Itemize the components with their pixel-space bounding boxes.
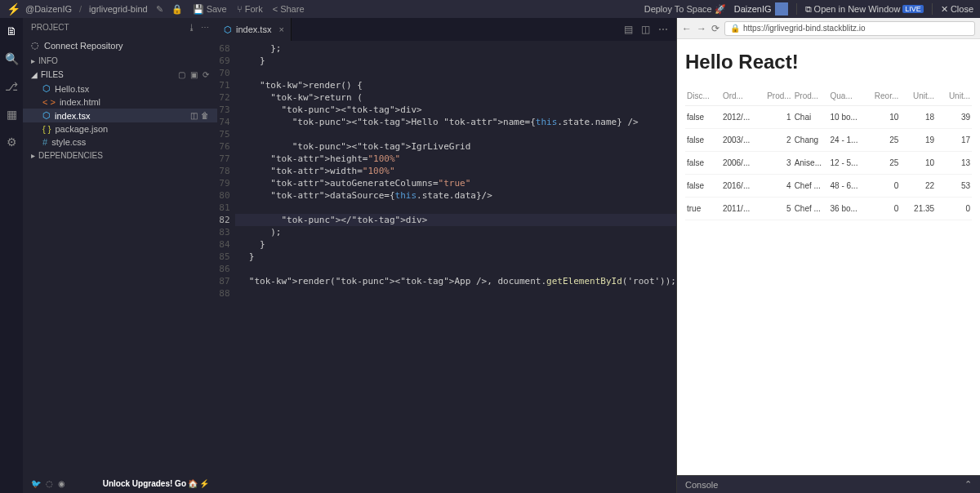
cell: 0: [864, 181, 900, 190]
deps-section[interactable]: ▸ DEPENDENCIES: [23, 149, 217, 162]
table-row[interactable]: false2012/...1Chai10 bo...101839: [685, 106, 972, 129]
console-bar[interactable]: Console ⌃: [677, 475, 980, 493]
lock-icon[interactable]: 🔒: [172, 4, 183, 15]
column-header[interactable]: Unit...: [900, 91, 936, 100]
refresh-icon[interactable]: ⟳: [203, 70, 209, 79]
preview-body: Hello React! Disc...Ord...Prod...Prod...…: [677, 39, 980, 475]
table-row[interactable]: false2006/...3Anise...12 - 5...251013: [685, 152, 972, 175]
deploy-button[interactable]: Deploy To Space 🚀: [644, 4, 726, 15]
cell: 13: [936, 158, 972, 167]
split-icon[interactable]: ◫: [190, 111, 198, 120]
cell: 10: [864, 113, 900, 122]
ext-rail-icon[interactable]: ▦: [7, 108, 17, 121]
upgrade-link[interactable]: Unlock Upgrades! Go 🏠⚡: [103, 479, 209, 488]
twitter-icon[interactable]: 🐦: [31, 479, 41, 488]
cell: 25: [864, 135, 900, 144]
top-actions: 💾 Save ⑂ Fork < Share: [193, 4, 305, 15]
grid-rows: false2012/...1Chai10 bo...101839false200…: [685, 106, 972, 220]
bolt-icon: ⚡: [7, 2, 20, 16]
info-section[interactable]: ▸ INFO: [23, 54, 217, 68]
tab-index-tsx[interactable]: ⬡ index.tsx ×: [217, 18, 292, 41]
user-crumb[interactable]: @DaizenIG: [25, 4, 72, 14]
search-rail-icon[interactable]: 🔍: [5, 52, 19, 65]
preview-pane: ← → ⟳ 🔒 https://igrlivegrid-bind.stackbl…: [676, 18, 980, 493]
chevron-up-icon[interactable]: ⌃: [964, 479, 972, 490]
code-content[interactable]: }; } "tok-kw">render() { "tok-kw">return…: [235, 41, 676, 493]
column-header[interactable]: Qua...: [829, 91, 865, 100]
layout-icon[interactable]: ◫: [641, 24, 650, 35]
edit-icon[interactable]: ✎: [156, 4, 163, 15]
cell: Chai: [793, 113, 829, 122]
files-rail-icon[interactable]: 🗎: [6, 24, 17, 38]
column-header[interactable]: Unit...: [936, 91, 972, 100]
live-badge: LIVE: [902, 5, 924, 13]
page-title: Hello React!: [685, 51, 972, 73]
fork-button[interactable]: ⑂ Fork: [237, 4, 263, 15]
share-button[interactable]: < Share: [273, 4, 305, 15]
code-editor[interactable]: 6869707172737475767778798081828384858687…: [217, 41, 676, 493]
file-item-Hello-tsx[interactable]: ⬡Hello.tsx: [23, 82, 217, 95]
cell: 36 bo...: [829, 204, 865, 213]
source-rail-icon[interactable]: ⎇: [5, 80, 18, 93]
back-icon[interactable]: ←: [682, 23, 692, 34]
settings-rail-icon[interactable]: ⚙: [7, 135, 17, 149]
column-header[interactable]: Prod...: [757, 91, 793, 100]
discord-icon[interactable]: ◉: [58, 479, 65, 488]
files-section[interactable]: ◢ FILES ▢▣⟳: [23, 68, 217, 82]
column-header[interactable]: Disc...: [685, 91, 721, 100]
connect-repo[interactable]: ◌Connect Repository: [23, 37, 217, 54]
cell: 0: [936, 204, 972, 213]
fork-label: Fork: [245, 4, 263, 14]
download-icon[interactable]: ⭳: [188, 23, 196, 32]
reload-icon[interactable]: ⟳: [711, 23, 719, 34]
close-button[interactable]: ✕ Close: [941, 4, 973, 15]
cell: Anise...: [793, 158, 829, 167]
save-label: Save: [207, 4, 227, 14]
project-crumb[interactable]: igrlivegrid-bind: [89, 4, 148, 14]
deps-label: DEPENDENCIES: [38, 151, 103, 160]
sidebar-header: PROJECT ⭳⋯: [23, 18, 217, 37]
cell: 1: [757, 113, 793, 122]
new-file-icon[interactable]: ▢: [178, 70, 185, 79]
url-bar[interactable]: 🔒 https://igrlivegrid-bind.stackblitz.io: [724, 21, 975, 36]
column-header[interactable]: Ord...: [721, 91, 757, 100]
forward-icon[interactable]: →: [697, 23, 706, 34]
close-icon[interactable]: ×: [278, 24, 283, 34]
cell: 25: [864, 158, 900, 167]
divider: [932, 3, 933, 15]
cell: 2016/...: [721, 181, 757, 190]
avatar: [775, 2, 788, 16]
file-item-package-json[interactable]: { }package.json: [23, 122, 217, 135]
github-icon[interactable]: ◌: [46, 479, 53, 488]
crumb-separator: /: [79, 4, 82, 14]
file-label: style.css: [51, 137, 86, 147]
social-links: 🐦 ◌ ◉: [31, 479, 65, 488]
file-label: Hello.tsx: [55, 84, 89, 94]
file-item-style-css[interactable]: #style.css: [23, 135, 217, 149]
delete-icon[interactable]: 🗑: [201, 111, 209, 120]
cell: 21.35: [900, 204, 936, 213]
column-header[interactable]: Prod...: [793, 91, 829, 100]
connect-label: Connect Repository: [44, 41, 123, 51]
more-icon[interactable]: ⋯: [658, 24, 668, 35]
table-row[interactable]: false2003/...2Chang24 - 1...251917: [685, 129, 972, 152]
line-gutter: 6869707172737475767778798081828384858687…: [217, 41, 235, 493]
console-label: Console: [685, 480, 718, 490]
react-icon: ⬡: [224, 24, 232, 35]
cell: 39: [936, 113, 972, 122]
more-icon[interactable]: ⋯: [201, 23, 209, 32]
save-button[interactable]: 💾 Save: [193, 4, 227, 15]
split-icon[interactable]: ▤: [624, 24, 633, 35]
table-row[interactable]: false2016/...4Chef ...48 - 6...02253: [685, 175, 972, 198]
upgrade-label: Unlock Upgrades! Go: [103, 479, 186, 488]
file-item-index-html[interactable]: < >index.html: [23, 95, 217, 109]
new-folder-icon[interactable]: ▣: [190, 70, 198, 79]
column-header[interactable]: Reor...: [864, 91, 900, 100]
file-item-index-tsx[interactable]: ⬡index.tsx◫🗑: [23, 109, 217, 122]
user-badge[interactable]: DaizenIG: [734, 2, 788, 16]
cell: false: [685, 113, 721, 122]
project-label: PROJECT: [31, 23, 69, 32]
table-row[interactable]: true2011/...5Chef ...36 bo...021.350: [685, 198, 972, 220]
open-new-window-button[interactable]: ⧉ Open in New Window LIVE: [805, 4, 924, 15]
activity-rail: 🗎 🔍 ⎇ ▦ ⚙: [0, 18, 23, 493]
